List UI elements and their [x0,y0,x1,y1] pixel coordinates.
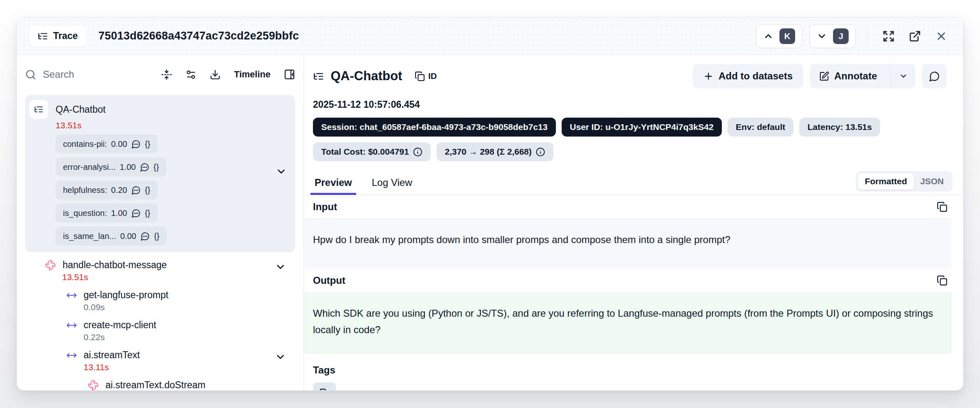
tree-node-label: handle-chatbot-message [63,260,167,271]
comments-button[interactable] [922,64,947,88]
format-option-formatted[interactable]: Formatted [858,173,914,190]
list-tree-icon [37,31,48,42]
trace-tree-panel: Search [17,55,304,390]
user-id-badge[interactable]: User ID: u-O1rJy-YrtNCP4i7q3kS42 [562,118,722,137]
tree-node-label: create-mcp-client [84,320,156,331]
chevron-down-icon [817,31,827,42]
copy-id-button[interactable]: ID [415,71,437,81]
prev-trace-button[interactable]: K [756,24,802,48]
tree-node-qa-chatbot[interactable]: QA-Chatbot [29,100,290,119]
search-input[interactable]: Search [25,69,161,80]
header-separator [867,27,868,46]
comment-icon [140,162,149,172]
score-pill-error-analysis[interactable]: error-analysi... 1.00 {} [56,158,166,176]
tree-node-get-langfuse-prompt[interactable]: get-langfuse-prompt 0.09s [66,290,295,312]
kbd-shortcut-j: J [833,28,849,44]
search-icon [25,69,36,80]
score-value: 1.00 [111,209,127,218]
tree-node-ai-streamtext[interactable]: ai.streamText 13.11s [66,350,295,372]
download-button[interactable] [210,69,221,80]
session-badge[interactable]: Session: chat_60587aef-6baa-4973-a73c-b9… [313,118,556,137]
download-icon [210,69,221,80]
info-icon [413,147,422,157]
copy-icon [937,202,947,212]
tree-node-label: get-langfuse-prompt [84,290,168,301]
detail-tabs: Preview Log View Formatted JSON [304,171,963,195]
trace-timestamp: 2025-11-12 10:57:06.454 [313,99,963,110]
timeline-toggle[interactable]: Timeline [234,69,271,80]
tree-node-handle-chatbot-message[interactable]: handle-chatbot-message 13.51s [45,260,295,282]
tree-node-root-selected[interactable]: QA-Chatbot 13.51s contains-pii: 0.00 {} [25,95,295,252]
copy-icon [415,71,425,81]
search-placeholder: Search [43,69,74,80]
tree-settings-button[interactable] [185,69,196,80]
copy-icon [937,275,947,286]
trace-cost-badges: Total Cost: $0.004791 2,370 → 298 (Σ 2,6… [313,142,963,161]
tree-node-duration: 0.22s [84,332,295,342]
comment-icon [131,209,141,218]
token-usage-label: 2,370 → 298 (Σ 2,668) [445,147,532,157]
info-icon [536,147,545,157]
copy-output-button[interactable] [935,274,949,287]
add-to-datasets-button[interactable]: Add to datasets [693,64,803,88]
comment-icon [131,139,141,149]
score-label: error-analysi... [63,162,116,172]
tree-node-label: ai.streamText.doStream [105,380,205,391]
close-button[interactable] [932,27,951,46]
output-section-title: Output [313,275,345,286]
env-badge-label: Env: default [736,122,785,132]
output-content: Which SDK are you using (Python or JS/TS… [304,292,952,354]
add-to-datasets-label: Add to datasets [719,70,793,82]
trace-id: 75013d62668a43747ac73cd2e259bbfc [98,30,299,42]
collapse-panel-button[interactable] [284,69,295,80]
format-toggle: Formatted JSON [856,171,952,192]
score-label: helpfulness: [63,185,107,195]
tree-node-duration: 13.11s [84,362,295,372]
format-option-json[interactable]: JSON [914,173,950,190]
list-tree-icon [313,71,324,82]
add-tag-button[interactable] [313,382,336,390]
tab-log-view[interactable]: Log View [370,173,414,195]
tree-node-duration: 13.51s [62,272,295,282]
score-metadata-braces: {} [145,185,150,195]
generation-icon [45,260,56,271]
next-trace-button[interactable]: J [810,24,856,48]
expand-icon [882,30,895,42]
sliders-icon [185,69,196,80]
list-tree-icon [34,104,44,114]
collapse-node-chevron[interactable] [275,166,287,177]
copy-input-button[interactable] [935,200,949,214]
score-pill-contains-pii[interactable]: contains-pii: 0.00 {} [56,134,158,153]
chevron-up-icon [763,31,774,42]
score-metadata-braces: {} [145,139,150,149]
latency-badge: Latency: 13.51s [799,118,880,137]
score-pill-is-question[interactable]: is_question: 1.00 {} [56,204,158,223]
page-title: QA-Chatbot [331,69,402,83]
tree-node-label: ai.streamText [84,350,140,361]
trace-type-label: Trace [53,30,78,42]
tab-preview[interactable]: Preview [313,173,354,195]
tags-section-title: Tags [313,364,963,376]
score-value: 0.00 [111,139,127,149]
collapse-node-chevron[interactable] [275,261,286,273]
comment-icon [131,185,141,195]
panel-collapse-icon [284,69,295,80]
annotate-button[interactable]: Annotate [810,64,915,88]
total-cost-badge[interactable]: Total Cost: $0.004791 [313,142,431,161]
preview-content: Input Hpw do I break my prompts down int… [304,195,963,390]
score-pill-helpfulness[interactable]: helpfulness: 0.20 {} [56,181,158,199]
tree-node-create-mcp-client[interactable]: create-mcp-client 0.22s [66,320,295,342]
collapse-node-chevron[interactable] [275,351,286,363]
close-icon [935,30,947,42]
trace-type-chip[interactable]: Trace [29,26,86,46]
score-pill-is-same-language[interactable]: is_same_lan... 0.00 {} [56,227,167,246]
comment-icon [140,232,150,241]
tree-node-ai-streamtext-dostream[interactable]: ai.streamText.doStream 13.10s 2,370 → 29… [88,380,295,391]
score-metadata-braces: {} [145,209,150,218]
open-in-new-tab-button[interactable] [905,27,924,46]
expand-button[interactable] [879,27,898,46]
collapse-all-button[interactable] [161,69,172,80]
token-usage-badge[interactable]: 2,370 → 298 (Σ 2,668) [436,142,553,161]
annotate-dropdown-chevron[interactable] [891,64,915,88]
score-metadata-braces: {} [154,232,159,241]
